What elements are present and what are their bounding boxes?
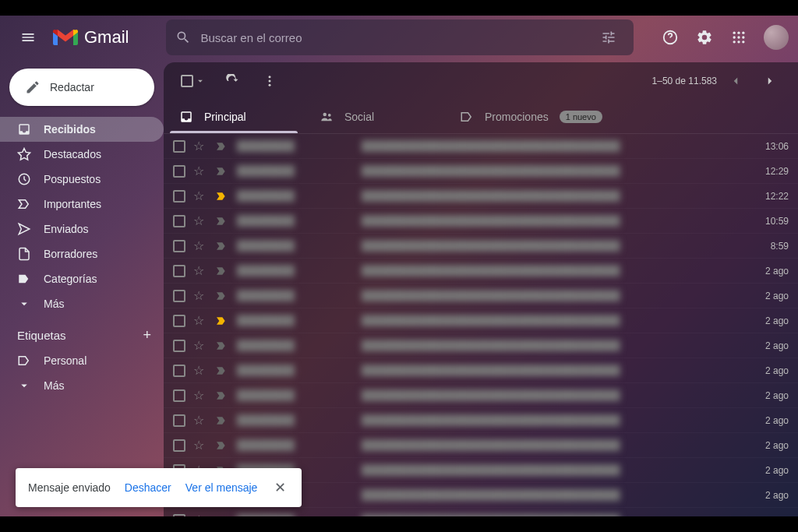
important-marker[interactable] (215, 340, 229, 352)
email-checkbox[interactable] (173, 439, 185, 452)
email-row[interactable]: ☆███████████████████████████████████████… (164, 333, 798, 358)
prev-page-button[interactable] (720, 65, 751, 97)
svg-point-8 (737, 41, 740, 43)
more-button[interactable] (254, 65, 285, 97)
add-label-button[interactable]: + (143, 327, 151, 344)
tab-principal[interactable]: Principal (164, 100, 304, 133)
sidebar-item-categorías[interactable]: Categorías (0, 266, 164, 291)
sidebar-item-recibidos[interactable]: Recibidos (0, 117, 164, 142)
email-checkbox[interactable] (173, 215, 185, 227)
star-icon[interactable]: ☆ (193, 338, 207, 353)
email-row[interactable]: ☆███████████████████████████████████████… (164, 134, 798, 159)
email-checkbox[interactable] (173, 265, 185, 277)
email-checkbox[interactable] (173, 389, 185, 402)
gmail-logo[interactable]: Gmail (53, 27, 129, 48)
settings-button[interactable] (689, 22, 720, 53)
search-options-button[interactable] (593, 22, 624, 53)
star-icon[interactable]: ☆ (193, 438, 207, 453)
important-marker[interactable] (215, 290, 229, 302)
email-sender: ████████ (237, 290, 354, 301)
star-icon[interactable]: ☆ (193, 139, 207, 153)
important-marker[interactable] (215, 265, 229, 277)
email-sender: ████████ (237, 315, 354, 326)
email-row[interactable]: ☆███████████████████████████████████████… (164, 234, 798, 259)
important-marker[interactable] (215, 240, 229, 252)
label-item-más[interactable]: Más (0, 373, 164, 398)
star-icon[interactable]: ☆ (193, 388, 207, 403)
email-sender: ████████ (237, 140, 354, 152)
star-icon[interactable]: ☆ (193, 238, 207, 253)
label-item-personal[interactable]: Personal (0, 348, 164, 373)
star-icon[interactable]: ☆ (193, 213, 207, 228)
email-checkbox[interactable] (173, 190, 185, 203)
sidebar-item-borradores[interactable]: Borradores (0, 241, 164, 266)
select-all[interactable] (176, 70, 210, 92)
email-row[interactable]: ☆███████████████████████████████████████… (164, 159, 798, 184)
svg-point-1 (733, 32, 736, 34)
important-marker[interactable] (215, 315, 229, 327)
compose-button[interactable]: Redactar (9, 69, 154, 106)
tab-promociones[interactable]: Promociones1 nuevo (444, 100, 618, 133)
email-subject: ████████████████████████████████████ (362, 389, 742, 401)
important-marker[interactable] (215, 190, 229, 203)
tab-badge: 1 nuevo (560, 111, 602, 123)
sidebar-item-más[interactable]: Más (0, 291, 164, 316)
email-row[interactable]: ☆███████████████████████████████████████… (164, 433, 798, 458)
email-checkbox[interactable] (173, 340, 185, 352)
star-icon[interactable]: ☆ (193, 288, 207, 303)
email-subject: ████████████████████████████████████ (362, 464, 742, 476)
pagination-text: 1–50 de 11.583 (652, 76, 717, 86)
toast-undo-link[interactable]: Deshacer (125, 481, 171, 494)
email-row[interactable]: ☆███████████████████████████████████████… (164, 308, 798, 333)
email-row[interactable]: ☆███████████████████████████████████████… (164, 259, 798, 284)
people-icon (320, 110, 334, 124)
email-row[interactable]: ☆███████████████████████████████████████… (164, 508, 798, 516)
email-checkbox[interactable] (173, 140, 185, 153)
important-marker[interactable] (215, 389, 229, 402)
clock-icon (17, 172, 31, 186)
important-marker[interactable] (215, 365, 229, 377)
email-checkbox[interactable] (173, 315, 185, 327)
star-icon[interactable]: ☆ (193, 313, 207, 328)
search-input[interactable] (200, 31, 584, 44)
svg-point-7 (733, 41, 736, 43)
sidebar-item-importantes[interactable]: Importantes (0, 192, 164, 217)
important-marker[interactable] (215, 439, 229, 452)
star-icon[interactable]: ☆ (193, 413, 207, 428)
sidebar-item-pospuestos[interactable]: Pospuestos (0, 167, 164, 192)
email-checkbox[interactable] (173, 414, 185, 427)
star-icon[interactable]: ☆ (193, 164, 207, 178)
email-row[interactable]: ☆███████████████████████████████████████… (164, 358, 798, 383)
email-row[interactable]: ☆███████████████████████████████████████… (164, 209, 798, 234)
star-icon[interactable]: ☆ (193, 188, 207, 203)
important-marker[interactable] (215, 414, 229, 427)
email-checkbox[interactable] (173, 240, 185, 252)
toast-close-button[interactable]: ✕ (271, 479, 289, 496)
search-bar[interactable] (166, 19, 634, 55)
sidebar-item-label: Recibidos (44, 123, 96, 136)
important-marker[interactable] (215, 215, 229, 227)
tab-social[interactable]: Social (304, 100, 444, 133)
refresh-button[interactable] (217, 65, 248, 97)
next-page-button[interactable] (754, 65, 786, 97)
star-icon[interactable]: ☆ (193, 363, 207, 378)
toast-view-link[interactable]: Ver el mensaje (185, 481, 258, 494)
account-avatar[interactable] (764, 25, 789, 50)
important-marker[interactable] (215, 140, 229, 153)
apps-button[interactable] (723, 22, 754, 53)
main-menu-button[interactable] (9, 19, 47, 56)
more-icon (17, 297, 31, 311)
select-all-checkbox[interactable] (181, 75, 193, 87)
email-checkbox[interactable] (173, 365, 185, 377)
email-checkbox[interactable] (173, 165, 185, 178)
email-row[interactable]: ☆███████████████████████████████████████… (164, 284, 798, 308)
help-button[interactable] (655, 22, 686, 53)
star-icon[interactable]: ☆ (193, 263, 207, 278)
email-checkbox[interactable] (173, 290, 185, 302)
email-row[interactable]: ☆███████████████████████████████████████… (164, 383, 798, 408)
email-row[interactable]: ☆███████████████████████████████████████… (164, 184, 798, 209)
email-row[interactable]: ☆███████████████████████████████████████… (164, 408, 798, 433)
sidebar-item-destacados[interactable]: Destacados (0, 142, 164, 167)
important-marker[interactable] (215, 165, 229, 178)
sidebar-item-enviados[interactable]: Enviados (0, 217, 164, 241)
